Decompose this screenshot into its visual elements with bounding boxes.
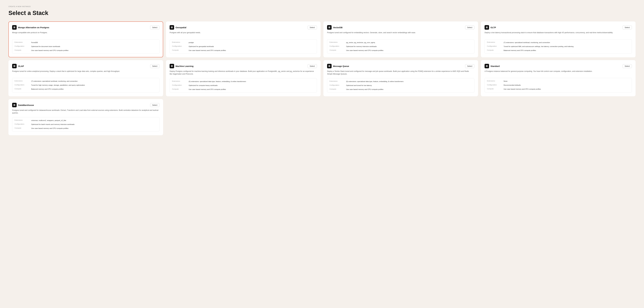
select-button[interactable]: Select — [622, 64, 632, 68]
select-button[interactable]: Select — [150, 64, 160, 68]
configuration-value: Optimized for batch inserts and memory i… — [31, 123, 157, 125]
card-header: Machine Learning Select — [170, 64, 317, 68]
card-header: OLTP Select — [484, 25, 632, 30]
svg-rect-18 — [328, 65, 330, 66]
svg-rect-19 — [328, 66, 330, 66]
card-title-group: Geospatial — [170, 25, 186, 30]
compute-value: Balanced memory and CPU compute profiles — [31, 88, 157, 90]
card-details: Extensions: (7) extensions: specialized … — [484, 39, 632, 54]
svg-rect-11 — [486, 28, 488, 28]
compute-value: Use case based memory and CPU compute pr… — [31, 127, 157, 129]
card-description: Deploy a Tembo Stack tuned and configure… — [327, 70, 474, 75]
card-details: Extensions: columnar, multicorn2, wrappe… — [12, 117, 160, 131]
configuration-label: Configuration: — [487, 84, 502, 86]
select-button[interactable]: Select — [308, 64, 317, 68]
svg-rect-17 — [171, 67, 173, 67]
stack-card-standard[interactable]: Standard Select A Postgres instance bala… — [481, 60, 636, 96]
card-title: Machine Learning — [176, 65, 194, 67]
card-title: OLTP — [490, 26, 496, 29]
card-header: Mongo Alternative on Postgres Select — [12, 25, 160, 30]
configuration-label: Configuration: — [330, 45, 345, 47]
database-icon — [484, 64, 489, 68]
svg-rect-4 — [171, 27, 173, 28]
card-title-group: VectorDB — [327, 25, 342, 30]
select-button[interactable]: Select — [150, 103, 160, 107]
extensions-value: pg_vector, pg_vectorize, pg_cron, pgmq — [346, 41, 472, 44]
stack-grid: Mongo Alternative on Postgres Select Mon… — [8, 22, 636, 135]
extensions-label: Extensions: — [487, 80, 502, 82]
select-button[interactable]: Select — [622, 26, 632, 29]
card-title-group: Mongo Alternative on Postgres — [12, 25, 49, 30]
card-title: Mongo Alternative on Postgres — [18, 26, 49, 29]
configuration-value: Optimized for memory intensive workloads — [346, 45, 472, 48]
card-details: Extensions: None Configuration: Recommen… — [484, 78, 632, 92]
card-header: DataWarehouse Select — [12, 103, 160, 107]
card-title-group: DataWarehouse — [12, 103, 34, 107]
card-title-group: OLAP — [12, 64, 24, 68]
svg-rect-21 — [486, 65, 488, 66]
compute-row: Compute: Use case based memory and CPU c… — [330, 49, 472, 52]
configuration-value: Optimized for compute-heavy workloads — [189, 84, 314, 87]
svg-rect-20 — [328, 67, 330, 67]
stack-card-geospatial[interactable]: Geospatial Select Postgres with all your… — [166, 22, 320, 57]
card-title-group: Message Queue — [327, 64, 349, 68]
compute-label: Compute: — [14, 88, 30, 90]
card-details: Extensions: (5) extensions: specialized … — [170, 78, 317, 93]
extensions-label: Extensions: — [14, 80, 30, 82]
card-description: Deploy Postgres configured for machine l… — [170, 70, 317, 75]
extensions-row: Extensions: (5) extensions: specialized … — [172, 80, 314, 83]
compute-row: Compute: Use case based memory and CPU c… — [14, 49, 157, 52]
card-description: Postgres with all your geospatial needs. — [170, 31, 317, 36]
database-icon — [12, 103, 17, 107]
card-title: OLAP — [18, 65, 24, 67]
compute-row: Compute: Use case based memory and CPU c… — [172, 88, 314, 90]
svg-rect-3 — [171, 27, 173, 27]
card-title-group: Machine Learning — [170, 64, 194, 68]
stack-card-message-queue[interactable]: Message Queue Select Deploy a Tembo Stac… — [324, 60, 478, 96]
database-icon — [170, 25, 174, 30]
select-button[interactable]: Select — [150, 26, 160, 29]
svg-rect-16 — [171, 66, 173, 66]
stack-card-machine-learning[interactable]: Machine Learning Select Deploy Postgres … — [166, 60, 320, 96]
compute-label: Compute: — [14, 127, 30, 129]
compute-value: Use case based memory and CPU compute pr… — [31, 49, 157, 52]
select-button[interactable]: Select — [465, 64, 474, 68]
stack-card-oltp[interactable]: OLTP Select Deploy a low latency transac… — [481, 22, 636, 57]
configuration-row: Configuration: Optimized and tuned for l… — [330, 84, 472, 87]
extensions-row: Extensions: None — [487, 80, 630, 82]
stack-card-vectordb[interactable]: VectorDB Select Postgres tuned and confi… — [324, 22, 478, 57]
database-icon — [12, 64, 17, 68]
extensions-value: None — [504, 80, 630, 82]
svg-rect-22 — [486, 66, 488, 66]
compute-value: Balanced memory and CPU compute profiles — [504, 49, 630, 52]
svg-rect-24 — [14, 104, 15, 105]
svg-rect-15 — [171, 65, 173, 66]
stack-card-datawarehouse[interactable]: DataWarehouse Select Postgres tuned and … — [8, 99, 163, 135]
card-title: VectorDB — [333, 26, 342, 29]
compute-label: Compute: — [330, 49, 345, 51]
card-description: Postgres tuned and configured for embedd… — [327, 31, 474, 36]
database-icon — [170, 64, 174, 68]
configuration-value: Optimized for document store workloads — [31, 45, 157, 48]
database-icon — [484, 25, 489, 30]
configuration-value: Optimized and tuned for low latency — [346, 84, 472, 87]
compute-value: Use case based memory and CPU compute pr… — [189, 49, 314, 52]
card-description: Mongo-compatible wire protocol on Postgr… — [12, 31, 160, 36]
compute-value: Use case based memory and CPU compute pr… — [189, 88, 314, 90]
card-description: Postgres tuned and configured for datawa… — [12, 109, 160, 114]
stack-card-mongo-alternative[interactable]: Mongo Alternative on Postgres Select Mon… — [8, 22, 163, 57]
stack-card-olap[interactable]: OLAP Select Postgres tuned for online an… — [8, 60, 163, 96]
configuration-label: Configuration: — [14, 84, 30, 86]
select-button[interactable]: Select — [308, 26, 317, 29]
extensions-label: Extensions: — [14, 41, 30, 43]
card-description: Deploy a low latency transactional proce… — [484, 31, 632, 36]
card-description: Postgres tuned for online analytical pro… — [12, 70, 160, 75]
card-title: Message Queue — [333, 65, 349, 67]
card-description: A Postgres instance balanced for general… — [484, 70, 632, 75]
database-icon — [327, 25, 332, 30]
extensions-value: (5) extensions: specialized data type, f… — [346, 80, 472, 83]
configuration-value: Tuned for high memory usage, storage, pa… — [31, 84, 157, 86]
select-button[interactable]: Select — [465, 26, 474, 29]
compute-value: Use case based memory and CPU compute pr… — [346, 49, 472, 52]
extensions-value: (5) extensions: specialized data type, f… — [189, 80, 314, 83]
